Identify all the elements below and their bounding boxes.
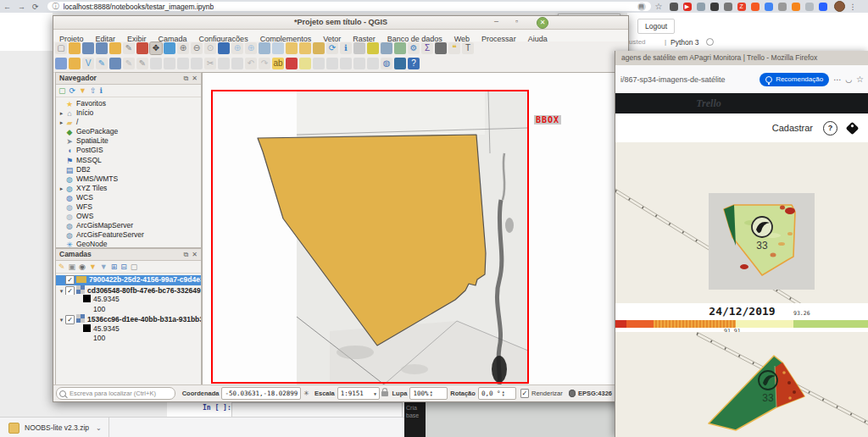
vertex-tool-icon[interactable] (177, 58, 189, 69)
expand-arrow-icon[interactable]: ▸ (58, 108, 65, 118)
zoom-full-icon[interactable] (218, 42, 230, 54)
close-icon[interactable]: ✕ (537, 17, 548, 29)
recommendation-button[interactable]: Recomendação (760, 73, 829, 86)
paste-features-icon[interactable] (231, 58, 243, 69)
layer-visibility-checkbox[interactable]: ✓ (65, 286, 75, 296)
tag-icon[interactable] (846, 121, 860, 135)
processing-toolbox-icon[interactable]: ⚙ (408, 42, 420, 54)
profile-avatar[interactable] (834, 1, 845, 12)
panel-close-icon[interactable]: ✕ (192, 249, 198, 260)
label-move-icon[interactable] (340, 58, 352, 69)
tree-item-folder[interactable]: ▸▰/ (58, 118, 201, 127)
zoom-to-layer-icon[interactable]: ⊕ (245, 42, 257, 54)
manage-map-themes-icon[interactable]: ◉ (79, 262, 86, 272)
panel-dock-icon[interactable]: ⧉ (184, 73, 189, 84)
firefox-titlebar[interactable]: agens de satélite em APagri Monitora | T… (615, 51, 868, 66)
zap-icon[interactable]: Z (737, 3, 746, 11)
label-rotate-icon[interactable] (353, 58, 365, 69)
digitize-icon[interactable] (164, 58, 175, 69)
rotation-spinner[interactable]: ▲▼ (502, 390, 504, 397)
gray-ext-icon[interactable] (778, 3, 787, 11)
new-geopackage-layer-icon[interactable]: ✎ (96, 58, 108, 69)
page-action-icon[interactable]: ▤ (637, 3, 646, 11)
pan-to-selection-icon[interactable] (164, 42, 175, 54)
zoom-next-icon[interactable] (272, 42, 284, 54)
render-checkbox[interactable]: ✓ (520, 389, 529, 398)
add-selected-layer-icon[interactable]: ▢ (58, 86, 66, 96)
collapse-all-icon[interactable]: ⊟ (120, 262, 127, 272)
tree-item-star[interactable]: ★Favoritos (58, 99, 201, 108)
te-ext-icon[interactable] (805, 3, 814, 11)
blue-ext-icon[interactable] (819, 3, 827, 11)
notes-icon[interactable] (724, 3, 732, 11)
pocket-icon[interactable] (697, 3, 705, 11)
add-group-icon[interactable]: ▣ (69, 262, 76, 272)
remove-layer-icon[interactable]: ▢ (131, 262, 138, 272)
help-circle-icon[interactable]: ? (823, 121, 837, 136)
color-picker-icon[interactable] (670, 3, 678, 11)
panel-dock-icon[interactable]: ⧉ (184, 249, 189, 260)
identify-features-icon[interactable]: ℹ (340, 42, 352, 54)
measure-icon[interactable] (435, 42, 447, 54)
logout-button[interactable]: Logout (637, 19, 675, 34)
minimize-icon[interactable]: – (494, 17, 498, 25)
register-link[interactable]: Cadastrar (772, 123, 813, 133)
filter-by-expression-icon[interactable]: ▼ (100, 262, 108, 272)
show-bookmarks-icon[interactable] (299, 42, 311, 54)
expand-all-icon[interactable]: ⊞ (111, 262, 118, 272)
open-project-icon[interactable] (69, 42, 81, 54)
attribute-table-icon[interactable] (381, 42, 392, 54)
tree-item-arcgis-feature-server[interactable]: ◍ArcGisFeatureServer (58, 230, 201, 240)
new-project-icon[interactable]: ▢ (55, 42, 67, 54)
zoom-last-icon[interactable] (259, 42, 270, 54)
panel-close-icon[interactable]: ✕ (192, 73, 198, 84)
layer-row[interactable]: ▾✓cd306548-80fb-47e6-bc76-332649... (56, 285, 201, 296)
rotation-box[interactable]: 0,0 ° ▲▼ (478, 387, 516, 400)
zoom-native-icon[interactable]: ⊙ (204, 42, 216, 54)
save-to-geopackage-icon[interactable] (109, 42, 121, 54)
undo-icon[interactable]: ↶ (245, 58, 257, 69)
qgis-titlebar[interactable]: *Projeto sem título - QGIS – ▫ ✕ (53, 16, 628, 30)
tree-item-wms[interactable]: ◍WMS/WMTS (58, 174, 201, 184)
magnifier-box[interactable]: 100% ▲▼ (409, 387, 448, 400)
metasearch-icon[interactable]: ◍ (381, 58, 392, 69)
tree-item-postgis[interactable]: ◖PostGIS (58, 146, 201, 155)
page-actions-icon[interactable]: ⋯ (833, 75, 841, 84)
text-annotation-icon[interactable]: T (462, 42, 474, 54)
label-highlight-icon[interactable] (326, 58, 338, 69)
expand-arrow-icon[interactable]: ▸ (58, 118, 65, 127)
tree-item-mssql[interactable]: ⚑MSSQL (58, 156, 201, 165)
open-layer-styling-icon[interactable]: ✎ (58, 262, 65, 272)
field-calculator-icon[interactable] (394, 42, 406, 54)
crs-globe-icon[interactable] (569, 390, 576, 397)
help-contents-icon[interactable]: ? (408, 58, 420, 69)
zoom-in-icon[interactable]: ⊕ (177, 42, 189, 54)
properties-browser-icon[interactable]: ℹ (100, 86, 103, 96)
add-vector-layer-icon[interactable] (55, 58, 67, 69)
site-info-icon[interactable]: ⓘ (53, 2, 59, 11)
temporal-controller-icon[interactable] (313, 42, 325, 54)
label-change-icon[interactable] (367, 58, 379, 69)
tree-item-ows[interactable]: ◍OWS (58, 212, 201, 221)
metamask-icon[interactable] (792, 3, 800, 11)
firefox-url-text[interactable]: i/867-sp34-imagens-de-satélite (620, 75, 726, 84)
download-caret-icon[interactable]: ⌄ (96, 424, 102, 432)
zoom-to-selection-icon[interactable]: ⊕ (231, 42, 243, 54)
address-bar[interactable]: ⓘ localhost:8888/notebooks/testar_imagem… (47, 2, 651, 11)
restore-icon[interactable]: ▫ (515, 17, 518, 25)
layer-row[interactable]: ✓7900422b-25d2-4156-99a7-c9d4e3... (56, 275, 201, 285)
statistics-icon[interactable]: Σ (421, 42, 433, 54)
python-console-icon[interactable] (394, 58, 406, 69)
x-app-icon[interactable] (710, 3, 719, 11)
save-layer-edits-icon[interactable] (150, 58, 162, 69)
layer-row[interactable]: ▾✓1536cc96-d1ee-40bb-b31a-931bb3... (56, 314, 201, 324)
scale-combo[interactable]: 1:9151 ▼ (337, 387, 380, 400)
back-icon[interactable]: ← (3, 3, 11, 11)
tree-item-geopackage[interactable]: ◆GeoPackage (58, 127, 201, 136)
reload-icon[interactable]: ⟳ (32, 3, 39, 11)
browser-menu-icon[interactable]: ⋮ (849, 3, 857, 11)
filter-legend-icon[interactable]: ▼ (89, 262, 97, 272)
layer-diagram-icon[interactable] (286, 58, 298, 69)
layer-visibility-checkbox[interactable]: ✓ (65, 275, 75, 285)
youtube-icon[interactable]: ▶ (683, 3, 692, 11)
